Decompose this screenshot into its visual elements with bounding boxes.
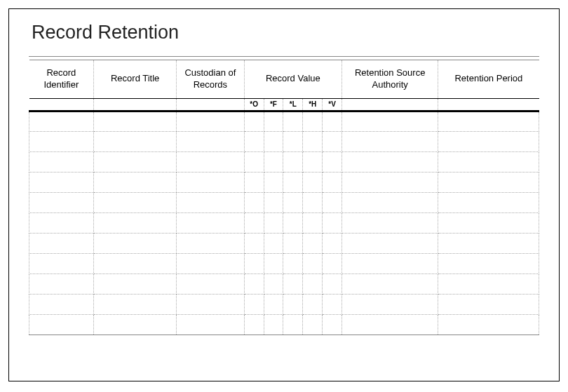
col-record-value: Record Value — [244, 60, 342, 99]
cell-o — [244, 172, 264, 192]
cell-per — [438, 192, 539, 212]
cell-f — [264, 151, 283, 172]
cell-f — [264, 253, 283, 273]
cell-id — [29, 192, 94, 212]
cell-h — [303, 131, 323, 151]
cell-title — [94, 273, 177, 294]
cell-l — [283, 314, 303, 334]
cell-l — [283, 253, 303, 273]
cell-per — [438, 294, 539, 314]
cell-o — [244, 314, 264, 334]
cell-cust — [177, 233, 245, 253]
cell-f — [264, 212, 283, 233]
cell-src — [342, 111, 438, 131]
table-subheader-row: *O *F *L *H *V — [29, 98, 539, 111]
page-title: Record Retention — [32, 22, 539, 43]
subcol-l: *L — [283, 98, 303, 111]
cell-f — [264, 172, 283, 192]
cell-id — [29, 314, 94, 334]
cell-src — [342, 172, 438, 192]
cell-v — [323, 212, 342, 233]
cell-f — [264, 314, 283, 334]
cell-o — [244, 233, 264, 253]
cell-per — [438, 253, 539, 273]
cell-cust — [177, 151, 245, 172]
table-row — [29, 233, 539, 253]
record-retention-table: Record Identifier Record Title Custodian… — [29, 60, 539, 335]
cell-f — [264, 233, 283, 253]
cell-per — [438, 131, 539, 151]
table-row — [29, 131, 539, 151]
cell-per — [438, 151, 539, 172]
cell-l — [283, 273, 303, 294]
cell-src — [342, 273, 438, 294]
cell-per — [438, 212, 539, 233]
cell-title — [94, 172, 177, 192]
cell-l — [283, 111, 303, 131]
cell-title — [94, 314, 177, 334]
col-retention-source: Retention Source Authority — [342, 60, 438, 99]
cell-per — [438, 233, 539, 253]
cell-id — [29, 294, 94, 314]
cell-l — [283, 233, 303, 253]
subcol-o: *O — [244, 98, 264, 111]
table-row — [29, 273, 539, 294]
subcol-v: *V — [323, 98, 342, 111]
cell-l — [283, 172, 303, 192]
cell-id — [29, 172, 94, 192]
cell-v — [323, 314, 342, 334]
cell-v — [323, 233, 342, 253]
cell-v — [323, 253, 342, 273]
cell-l — [283, 192, 303, 212]
cell-id — [29, 273, 94, 294]
cell-id — [29, 131, 94, 151]
cell-id — [29, 253, 94, 273]
cell-f — [264, 111, 283, 131]
cell-cust — [177, 273, 245, 294]
cell-title — [94, 294, 177, 314]
cell-id — [29, 151, 94, 172]
cell-o — [244, 131, 264, 151]
cell-src — [342, 192, 438, 212]
cell-per — [438, 314, 539, 334]
col-record-title: Record Title — [94, 60, 177, 99]
cell-f — [264, 294, 283, 314]
cell-h — [303, 172, 323, 192]
cell-title — [94, 233, 177, 253]
cell-l — [283, 294, 303, 314]
cell-title — [94, 151, 177, 172]
cell-o — [244, 111, 264, 131]
cell-src — [342, 233, 438, 253]
cell-id — [29, 212, 94, 233]
cell-cust — [177, 253, 245, 273]
table-row — [29, 151, 539, 172]
col-retention-period: Retention Period — [438, 60, 539, 99]
cell-f — [264, 131, 283, 151]
cell-h — [303, 111, 323, 131]
cell-h — [303, 212, 323, 233]
cell-f — [264, 273, 283, 294]
cell-title — [94, 192, 177, 212]
table-row — [29, 294, 539, 314]
cell-cust — [177, 192, 245, 212]
cell-cust — [177, 294, 245, 314]
col-record-identifier: Record Identifier — [29, 60, 94, 99]
cell-title — [94, 212, 177, 233]
cell-v — [323, 131, 342, 151]
subhead-blank — [29, 98, 94, 111]
table-row — [29, 314, 539, 334]
cell-cust — [177, 131, 245, 151]
cell-src — [342, 151, 438, 172]
cell-o — [244, 294, 264, 314]
cell-cust — [177, 111, 245, 131]
cell-v — [323, 111, 342, 131]
table-row — [29, 111, 539, 131]
cell-h — [303, 151, 323, 172]
document-frame: Record Retention Record Identifier Recor… — [8, 8, 560, 381]
table-header-row: Record Identifier Record Title Custodian… — [29, 60, 539, 99]
table-row — [29, 212, 539, 233]
cell-src — [342, 314, 438, 334]
subhead-blank — [94, 98, 177, 111]
cell-h — [303, 233, 323, 253]
cell-h — [303, 273, 323, 294]
